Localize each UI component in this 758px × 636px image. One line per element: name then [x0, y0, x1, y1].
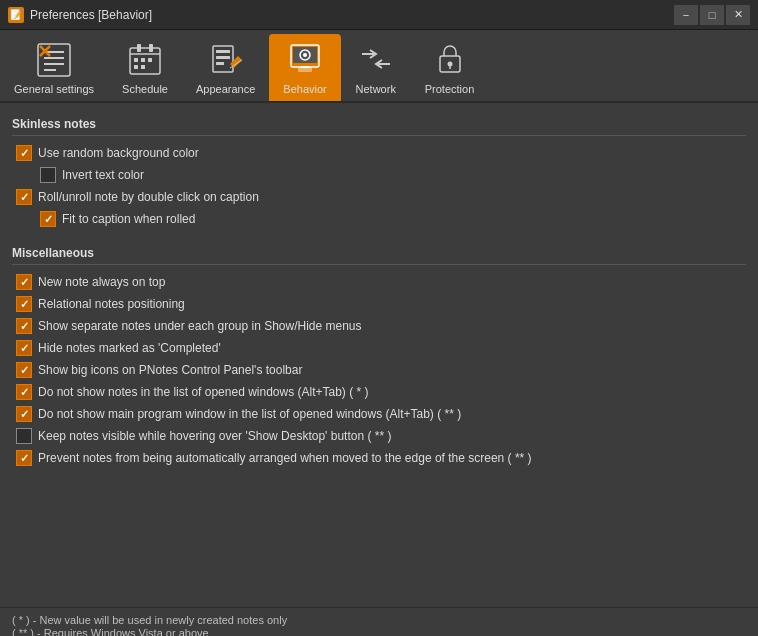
network-label: Network: [356, 83, 396, 95]
svg-rect-10: [149, 44, 153, 52]
toolbar-item-behavior[interactable]: Behavior: [269, 34, 340, 101]
svg-point-27: [303, 53, 307, 57]
cb-show-separate-notes-label: Show separate notes under each group in …: [38, 319, 362, 333]
footer-line-2: ( ** ) - Requires Windows Vista or above: [12, 627, 746, 636]
checkbox-fit-caption[interactable]: Fit to caption when rolled: [12, 208, 746, 230]
cb-big-icons-box[interactable]: [16, 362, 32, 378]
checkbox-invert-text[interactable]: Invert text color: [12, 164, 746, 186]
general-settings-label: General settings: [14, 83, 94, 95]
schedule-icon: [125, 40, 165, 80]
checkbox-big-icons[interactable]: Show big icons on PNotes Control Panel's…: [12, 359, 746, 381]
cb-big-icons-label: Show big icons on PNotes Control Panel's…: [38, 363, 302, 377]
cb-roll-unroll-box[interactable]: [16, 189, 32, 205]
appearance-label: Appearance: [196, 83, 255, 95]
cb-prevent-arrange-label: Prevent notes from being automatically a…: [38, 451, 532, 465]
svg-rect-15: [141, 65, 145, 69]
svg-rect-13: [148, 58, 152, 62]
svg-point-31: [447, 62, 452, 67]
svg-rect-17: [216, 50, 230, 53]
checkbox-roll-unroll[interactable]: Roll/unroll note by double click on capt…: [12, 186, 746, 208]
svg-rect-12: [141, 58, 145, 62]
svg-rect-25: [298, 67, 312, 72]
svg-rect-14: [134, 65, 138, 69]
checkbox-use-random-bg[interactable]: Use random background color: [12, 142, 746, 164]
cb-relational-notes-label: Relational notes positioning: [38, 297, 185, 311]
content-area[interactable]: Skinless notes Use random background col…: [0, 103, 758, 607]
toolbar-item-network[interactable]: Network: [341, 34, 411, 101]
window-title: Preferences [Behavior]: [30, 8, 152, 22]
behavior-icon: [285, 40, 325, 80]
cb-use-random-bg-box[interactable]: [16, 145, 32, 161]
skinless-notes-header: Skinless notes: [12, 111, 746, 136]
checkbox-hide-completed[interactable]: Hide notes marked as 'Completed': [12, 337, 746, 359]
behavior-label: Behavior: [283, 83, 326, 95]
cb-fit-caption-box[interactable]: [40, 211, 56, 227]
cb-new-note-top-box[interactable]: [16, 274, 32, 290]
cb-use-random-bg-label: Use random background color: [38, 146, 199, 160]
svg-rect-11: [134, 58, 138, 62]
cb-keep-visible-label: Keep notes visible while hovering over '…: [38, 429, 391, 443]
checkbox-prevent-arrange[interactable]: Prevent notes from being automatically a…: [12, 447, 746, 469]
cb-keep-visible-box[interactable]: [16, 428, 32, 444]
toolbar-item-general-settings[interactable]: General settings: [0, 34, 108, 101]
toolbar: General settings Schedule: [0, 30, 758, 103]
cb-no-show-main-box[interactable]: [16, 406, 32, 422]
window-controls[interactable]: − □ ✕: [674, 5, 750, 25]
cb-no-show-opened-box[interactable]: [16, 384, 32, 400]
toolbar-item-protection[interactable]: Protection: [411, 34, 489, 101]
cb-invert-text-box[interactable]: [40, 167, 56, 183]
appearance-icon: [206, 40, 246, 80]
checkbox-no-show-main[interactable]: Do not show main program window in the l…: [12, 403, 746, 425]
app-icon: 📝: [8, 7, 24, 23]
toolbar-item-appearance[interactable]: Appearance: [182, 34, 269, 101]
footer-line-1: ( * ) - New value will be used in newly …: [12, 614, 746, 626]
checkbox-new-note-top[interactable]: New note always on top: [12, 271, 746, 293]
cb-roll-unroll-label: Roll/unroll note by double click on capt…: [38, 190, 259, 204]
cb-hide-completed-label: Hide notes marked as 'Completed': [38, 341, 221, 355]
miscellaneous-header: Miscellaneous: [12, 240, 746, 265]
main-content: Skinless notes Use random background col…: [0, 103, 758, 607]
cb-invert-text-label: Invert text color: [62, 168, 144, 182]
cb-no-show-main-label: Do not show main program window in the l…: [38, 407, 461, 421]
cb-no-show-opened-label: Do not show notes in the list of opened …: [38, 385, 369, 399]
title-bar: 📝 Preferences [Behavior] − □ ✕: [0, 0, 758, 30]
cb-show-separate-notes-box[interactable]: [16, 318, 32, 334]
protection-icon: [430, 40, 470, 80]
general-settings-icon: [34, 40, 74, 80]
maximize-button[interactable]: □: [700, 5, 724, 25]
svg-rect-18: [216, 56, 230, 59]
schedule-label: Schedule: [122, 83, 168, 95]
title-bar-left: 📝 Preferences [Behavior]: [8, 7, 152, 23]
cb-prevent-arrange-box[interactable]: [16, 450, 32, 466]
svg-rect-19: [216, 62, 224, 65]
cb-fit-caption-label: Fit to caption when rolled: [62, 212, 195, 226]
cb-new-note-top-label: New note always on top: [38, 275, 165, 289]
close-button[interactable]: ✕: [726, 5, 750, 25]
cb-relational-notes-box[interactable]: [16, 296, 32, 312]
checkbox-relational-notes[interactable]: Relational notes positioning: [12, 293, 746, 315]
svg-rect-9: [137, 44, 141, 52]
checkbox-show-separate-notes[interactable]: Show separate notes under each group in …: [12, 315, 746, 337]
checkbox-keep-visible[interactable]: Keep notes visible while hovering over '…: [12, 425, 746, 447]
checkbox-no-show-opened[interactable]: Do not show notes in the list of opened …: [12, 381, 746, 403]
footer-notes: ( * ) - New value will be used in newly …: [0, 607, 758, 636]
minimize-button[interactable]: −: [674, 5, 698, 25]
cb-hide-completed-box[interactable]: [16, 340, 32, 356]
network-icon: [356, 40, 396, 80]
protection-label: Protection: [425, 83, 475, 95]
toolbar-item-schedule[interactable]: Schedule: [108, 34, 182, 101]
